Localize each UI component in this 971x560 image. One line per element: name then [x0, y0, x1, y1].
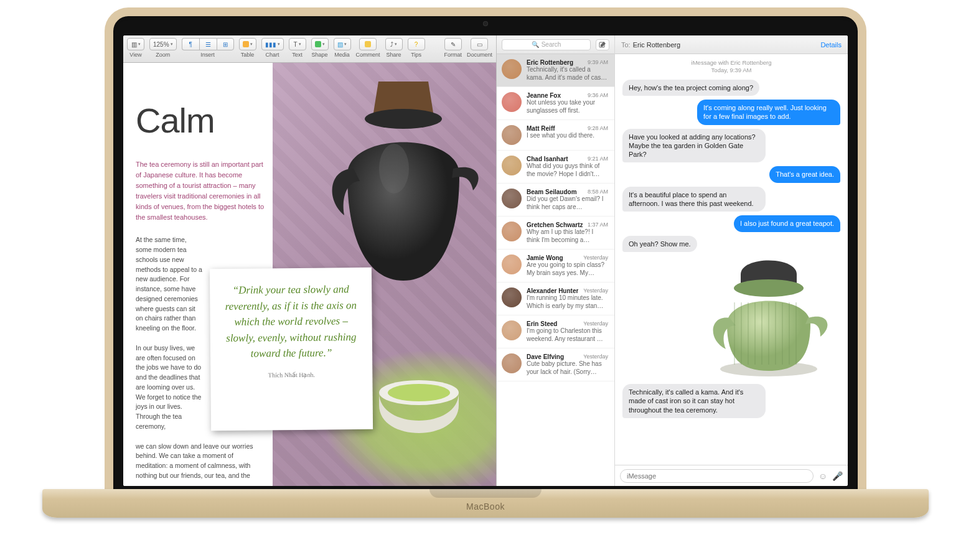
- conversation-name: Jamie Wong: [527, 254, 563, 261]
- sent-message[interactable]: I also just found a great teapot.: [734, 215, 840, 231]
- avatar: [502, 156, 522, 175]
- sent-message[interactable]: It's coming along really well. Just look…: [697, 100, 840, 125]
- device-label: MacBook: [466, 502, 505, 511]
- conversation-row[interactable]: Jeanne Fox9:36 AMNot unless you take you…: [497, 87, 614, 120]
- conversation-sidebar: 🔍 Search Eric Rottenberg9:39 AMTechnical…: [497, 35, 615, 486]
- toolbar-text[interactable]: T▾ Text: [289, 38, 306, 58]
- conversation-row[interactable]: Matt Reiff9:28 AMI see what you did ther…: [497, 120, 614, 151]
- document-title: Calm: [136, 100, 266, 141]
- microphone-icon[interactable]: 🎤: [832, 471, 843, 481]
- conversation-time: 9:28 AM: [588, 125, 608, 132]
- conversation-name: Dave Elfving: [527, 353, 564, 360]
- emoji-icon[interactable]: ☺: [819, 471, 827, 481]
- received-message[interactable]: Have you looked at adding any locations?…: [622, 129, 766, 163]
- toolbar-format[interactable]: ✎ Format: [444, 38, 462, 58]
- conversation-preview: I'm running 10 minutes late. Which is ea…: [527, 294, 608, 310]
- search-input[interactable]: 🔍 Search: [502, 39, 591, 50]
- teacup-image: [372, 374, 466, 442]
- conversation-preview: Technically, it's called a kama. And it'…: [527, 66, 608, 82]
- conversation-time: Yesterday: [583, 254, 608, 261]
- chart-icon: ▮▮▮: [265, 41, 276, 48]
- conversation-name: Alexander Hunter: [527, 287, 578, 294]
- received-message[interactable]: Technically, it's called a kama. And it'…: [622, 384, 766, 418]
- message-input[interactable]: [620, 469, 814, 483]
- details-button[interactable]: Details: [820, 41, 842, 49]
- compose-bar: ☺ 🎤: [615, 465, 848, 486]
- svg-point-3: [388, 384, 450, 401]
- conversation-row[interactable]: Dave ElfvingYesterdayCute baby picture. …: [497, 348, 614, 381]
- media-icon: ▧: [337, 41, 343, 48]
- text-icon: T: [294, 41, 298, 48]
- received-message[interactable]: Hey, how's the tea project coming along?: [622, 80, 759, 96]
- conversation-time: 8:58 AM: [588, 189, 608, 195]
- compose-button[interactable]: [596, 39, 609, 50]
- body-paragraph-2: In our busy lives, we are often focused …: [136, 343, 204, 432]
- teapot-image: [316, 75, 490, 299]
- pages-document[interactable]: Calm The tea ceremony is still an import…: [123, 63, 496, 486]
- toolbar-chart[interactable]: ▮▮▮▾ Chart: [261, 38, 284, 58]
- conversation-row[interactable]: Eric Rottenberg9:39 AMTechnically, it's …: [497, 54, 614, 87]
- document-icon: ▭: [477, 41, 482, 48]
- conversation-preview: Are you going to spin class? My brain sa…: [527, 261, 608, 277]
- svg-point-6: [734, 279, 804, 297]
- avatar: [502, 189, 522, 208]
- avatar: [502, 320, 522, 340]
- toolbar-view[interactable]: ▥▾ View: [127, 38, 144, 58]
- zoom-value: 125%: [153, 41, 169, 48]
- avatar: [502, 125, 522, 145]
- conversation-name: Jeanne Fox: [527, 92, 561, 99]
- conversation-name: Gretchen Schwartz: [527, 222, 583, 228]
- avatar: [502, 92, 522, 112]
- conversation-time: 9:21 AM: [588, 156, 608, 162]
- conversation-row[interactable]: Erin SteedYesterdayI'm going to Charlest…: [497, 315, 614, 348]
- conversation-list[interactable]: Eric Rottenberg9:39 AMTechnically, it's …: [497, 54, 614, 486]
- conversation-row[interactable]: Gretchen Schwartz1:37 AMWhy am I up this…: [497, 217, 614, 250]
- messages-app: 🔍 Search Eric Rottenberg9:39 AMTechnical…: [497, 35, 848, 486]
- conversation-preview: Cute baby picture. She has your lack of …: [527, 360, 608, 376]
- conversation-preview: What did you guys think of the movie? Ho…: [527, 162, 608, 178]
- pages-toolbar: ▥▾ View 125%▾ Zoom ¶ ☰ ⊞ Insert ▾: [123, 35, 496, 63]
- toolbar-table[interactable]: ▾ Table: [239, 38, 256, 58]
- thread-body[interactable]: iMessage with Eric Rottenberg Today, 9:3…: [615, 54, 848, 465]
- received-message[interactable]: Oh yeah? Show me.: [622, 236, 697, 252]
- body-paragraph-3: we can slow down and leave our worries b…: [136, 442, 260, 481]
- conversation-name: Erin Steed: [527, 320, 557, 327]
- conversation-time: 9:36 AM: [588, 92, 608, 99]
- conversation-name: Chad Isanhart: [527, 156, 568, 162]
- conversation-preview: I'm going to Charleston this weekend. An…: [527, 327, 608, 343]
- toolbar-comment[interactable]: Comment: [356, 38, 380, 58]
- conversation-row[interactable]: Chad Isanhart9:21 AMWhat did you guys th…: [497, 151, 614, 184]
- toolbar-media[interactable]: ▧▾ Media: [334, 38, 351, 58]
- toolbar-insert[interactable]: ¶ ☰ ⊞ Insert: [182, 38, 234, 58]
- conversation-time: Yesterday: [583, 287, 608, 294]
- sent-message[interactable]: That's a great idea.: [769, 166, 840, 182]
- toolbar-document[interactable]: ▭ Document: [467, 38, 492, 58]
- pull-quote-text: “Drink your tea slowly and reverently, a…: [225, 281, 357, 362]
- toolbar-share[interactable]: ⤴▾ Share: [385, 38, 403, 58]
- avatar: [502, 59, 522, 79]
- intro-paragraph: The tea ceremony is still an important p…: [136, 159, 266, 223]
- conversation-row[interactable]: Alexander HunterYesterdayI'm running 10 …: [497, 282, 614, 315]
- conversation-time: Yesterday: [583, 320, 608, 327]
- laptop-hinge: MacBook: [42, 489, 929, 518]
- conversation-preview: Did you get Dawn's email? I think her ca…: [527, 195, 608, 211]
- received-message[interactable]: It's a beautiful place to spend an after…: [622, 187, 766, 212]
- svg-point-1: [379, 144, 409, 194]
- conversation-name: Eric Rottenberg: [527, 59, 573, 66]
- pull-quote-card[interactable]: “Drink your tea slowly and reverently, a…: [210, 268, 373, 431]
- conversation-name: Matt Reiff: [527, 125, 555, 132]
- thread-header: To: Eric Rottenberg Details: [615, 35, 848, 54]
- screen: ▥▾ View 125%▾ Zoom ¶ ☰ ⊞ Insert ▾: [123, 35, 848, 486]
- conversation-time: 9:39 AM: [588, 59, 608, 66]
- conversation-name: Beam Seilaudom: [527, 189, 577, 195]
- toolbar-zoom[interactable]: 125%▾ Zoom: [149, 38, 177, 58]
- conversation-row[interactable]: Beam Seilaudom8:58 AMDid you get Dawn's …: [497, 184, 614, 217]
- image-message[interactable]: [697, 256, 840, 380]
- toolbar-shape[interactable]: ▾ Shape: [311, 38, 329, 58]
- to-name: Eric Rottenberg: [633, 41, 680, 49]
- search-icon: 🔍: [532, 41, 539, 48]
- conversation-row[interactable]: Jamie WongYesterdayAre you going to spin…: [497, 250, 614, 282]
- toolbar-tips[interactable]: ? Tips: [408, 38, 425, 58]
- pages-app: ▥▾ View 125%▾ Zoom ¶ ☰ ⊞ Insert ▾: [123, 35, 497, 486]
- avatar: [502, 222, 522, 241]
